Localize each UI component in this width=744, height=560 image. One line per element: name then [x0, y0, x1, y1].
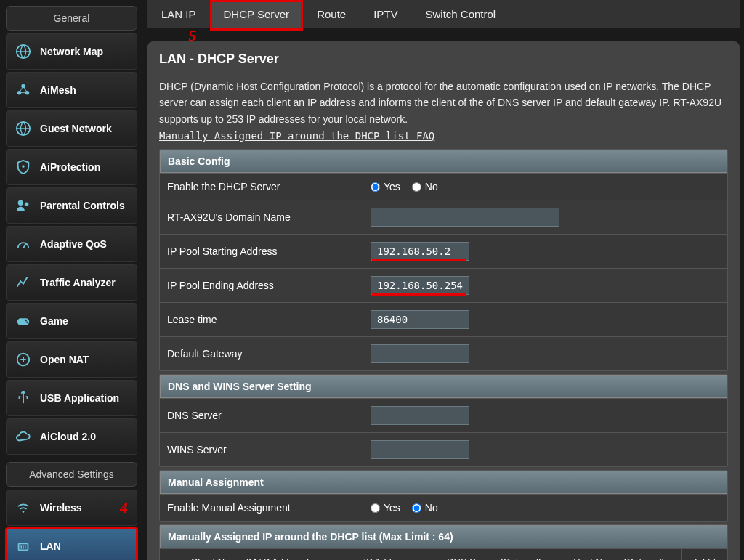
sidebar-item-label: Wireless: [40, 502, 81, 514]
annotation-number: 5: [189, 26, 197, 45]
table-header-cell: Add /: [682, 549, 727, 560]
dns-wins-panel: DNS and WINS Server Setting DNS Server W…: [159, 374, 728, 467]
svg-point-7: [25, 202, 29, 206]
sidebar-item-guest-network[interactable]: Guest Network: [6, 110, 137, 147]
lan-icon: [14, 538, 33, 554]
sidebar-item-label: AiProtection: [40, 161, 100, 173]
sidebar-item-aicloud-2-0[interactable]: AiCloud 2.0: [6, 418, 137, 455]
table-header-cell: IP Address: [341, 549, 432, 560]
basic-config-panel: Basic Config Enable the DHCP Server Yes …: [159, 149, 728, 371]
tab-bar: LAN IPDHCP Server5RouteIPTVSwitch Contro…: [147, 0, 740, 28]
lease-input[interactable]: [371, 310, 469, 329]
sidebar-item-traffic-analyzer[interactable]: Traffic Analyzer: [6, 264, 137, 301]
enable-dhcp-row: Enable the DHCP Server Yes No: [160, 173, 727, 200]
gateway-input[interactable]: [371, 344, 469, 363]
page-description: DHCP (Dynamic Host Configuration Protoco…: [159, 78, 728, 127]
shield-icon: [14, 159, 33, 175]
graph-icon: [14, 275, 33, 291]
annotation-underline: [372, 293, 466, 296]
manual-no-radio[interactable]: [412, 503, 421, 513]
wifi-icon: [14, 500, 33, 516]
sidebar-item-label: AiMesh: [40, 84, 76, 96]
dns-label: DNS Server: [167, 410, 371, 421]
tab-dhcp-server[interactable]: DHCP Server5: [210, 0, 304, 28]
usb-icon: [14, 390, 33, 406]
sidebar-item-lan[interactable]: LAN: [6, 528, 137, 560]
page-title: LAN - DHCP Server: [159, 52, 728, 67]
pool-start-input[interactable]: [371, 242, 469, 261]
pool-end-label: IP Pool Ending Address: [167, 280, 371, 291]
svg-line-8: [23, 244, 26, 248]
manual-header: Manual Assignment: [160, 471, 727, 494]
table-header-row: Client Name (MAC Address)IP AddressDNS S…: [160, 548, 727, 560]
sidebar-item-label: AiCloud 2.0: [40, 431, 96, 442]
table-header-cell: DNS Server (Optional): [432, 549, 557, 560]
tab-label: LAN IP: [161, 8, 196, 20]
manual-no[interactable]: No: [412, 502, 438, 514]
manual-enable-label: Enable Manual Assignment: [167, 502, 371, 514]
wins-input[interactable]: [371, 440, 469, 459]
tab-route[interactable]: Route: [303, 0, 360, 28]
sidebar-item-open-nat[interactable]: Open NAT: [6, 341, 137, 378]
manual-yes[interactable]: Yes: [371, 502, 400, 514]
sidebar-item-label: LAN: [40, 540, 61, 552]
domain-label: RT-AX92U's Domain Name: [167, 211, 371, 223]
tab-switch-control[interactable]: Switch Control: [412, 0, 510, 28]
tab-lan-ip[interactable]: LAN IP: [147, 0, 210, 28]
pool-start-label: IP Pool Starting Address: [167, 245, 371, 257]
assigned-table-header: Manually Assigned IP around the DHCP lis…: [160, 525, 727, 548]
sidebar-item-game[interactable]: Game: [6, 303, 137, 339]
content-panel: LAN - DHCP Server DHCP (Dynamic Host Con…: [147, 41, 740, 560]
pool-end-row: IP Pool Ending Address: [160, 268, 727, 302]
advanced-header: Advanced Settings: [6, 462, 137, 487]
sidebar-item-label: Game: [40, 315, 68, 327]
sidebar-item-label: Parental Controls: [40, 200, 125, 211]
manual-yes-radio[interactable]: [371, 503, 380, 513]
assigned-table-panel: Manually Assigned IP around the DHCP lis…: [159, 524, 728, 560]
sidebar-item-parental-controls[interactable]: Parental Controls: [6, 187, 137, 224]
lease-row: Lease time: [160, 302, 727, 336]
sidebar-item-wireless[interactable]: Wireless4: [6, 490, 137, 526]
manual-panel: Manual Assignment Enable Manual Assignme…: [159, 470, 728, 522]
dns-wins-header: DNS and WINS Server Setting: [160, 375, 727, 398]
faq-link[interactable]: Manually Assigned IP around the DHCP lis…: [159, 130, 728, 142]
tab-label: DHCP Server: [224, 8, 290, 20]
basic-config-header: Basic Config: [160, 150, 727, 173]
wins-label: WINS Server: [167, 444, 371, 455]
annotation-number: 4: [120, 498, 128, 517]
sidebar-item-label: Network Map: [40, 46, 103, 57]
svg-point-10: [25, 320, 27, 322]
svg-point-6: [18, 200, 23, 206]
enable-dhcp-yes-radio[interactable]: [371, 182, 380, 192]
tab-label: Route: [317, 8, 346, 20]
sidebar-item-label: Open NAT: [40, 354, 89, 365]
svg-point-11: [26, 321, 28, 323]
sidebar-item-network-map[interactable]: Network Map: [6, 33, 137, 70]
enable-dhcp-no[interactable]: No: [412, 181, 438, 192]
users-icon: [14, 198, 33, 214]
dns-input[interactable]: [371, 406, 469, 425]
manual-enable-row: Enable Manual Assignment Yes No: [160, 494, 727, 521]
dns-row: DNS Server: [160, 398, 727, 432]
gauge-icon: [14, 236, 33, 252]
domain-input[interactable]: [371, 208, 559, 227]
globe-icon: [14, 44, 33, 60]
tab-iptv[interactable]: IPTV: [360, 0, 411, 28]
pool-end-input[interactable]: [371, 276, 469, 295]
sidebar-item-aimesh[interactable]: AiMesh: [6, 72, 137, 108]
nat-icon: [14, 352, 33, 368]
globe-icon: [14, 121, 33, 137]
gateway-row: Default Gateway: [160, 336, 727, 370]
sidebar-item-aiprotection[interactable]: AiProtection: [6, 149, 137, 185]
annotation-underline: [372, 259, 466, 261]
sidebar-item-adaptive-qos[interactable]: Adaptive QoS: [6, 226, 137, 262]
sidebar-item-label: Adaptive QoS: [40, 238, 107, 250]
main-content: LAN IPDHCP Server5RouteIPTVSwitch Contro…: [143, 0, 744, 560]
pool-start-row: IP Pool Starting Address: [160, 234, 727, 268]
enable-dhcp-yes[interactable]: Yes: [371, 181, 400, 192]
domain-row: RT-AX92U's Domain Name: [160, 200, 727, 234]
enable-dhcp-no-radio[interactable]: [412, 182, 421, 192]
general-header: General: [6, 6, 137, 31]
sidebar-item-usb-application[interactable]: USB Application: [6, 380, 137, 416]
mesh-icon: [14, 82, 33, 98]
